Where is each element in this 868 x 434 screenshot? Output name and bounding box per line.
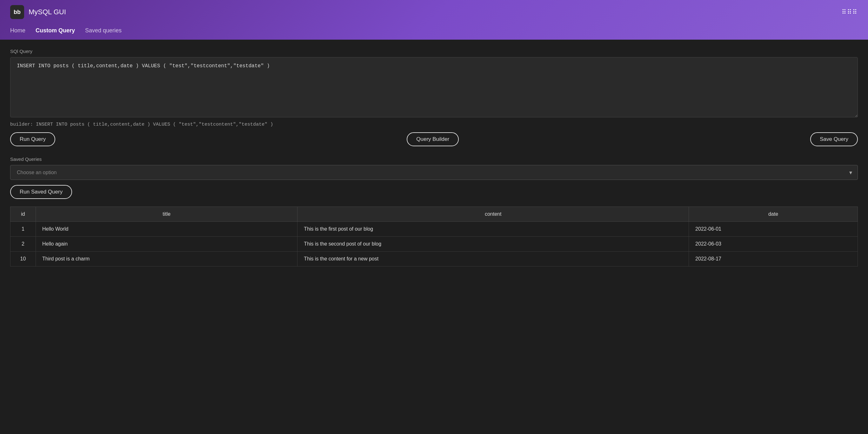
sql-query-label: SQl Query bbox=[10, 48, 858, 54]
nav-item-saved-queries[interactable]: Saved queries bbox=[85, 26, 122, 35]
cell-id: 2 bbox=[10, 237, 36, 252]
app-title: MySQL GUI bbox=[29, 8, 66, 16]
col-header-content: content bbox=[298, 207, 689, 222]
table-body: 1Hello WorldThis is the first post of ou… bbox=[10, 222, 858, 266]
cell-date: 2022-08-17 bbox=[689, 252, 858, 266]
results-table: id title content date 1Hello WorldThis i… bbox=[10, 206, 858, 266]
cell-id: 1 bbox=[10, 222, 36, 237]
table-row: 2Hello againThis is the second post of o… bbox=[10, 237, 858, 252]
logo-box: bb bbox=[10, 5, 24, 19]
cell-date: 2022-06-01 bbox=[689, 222, 858, 237]
table-header-row: id title content date bbox=[10, 207, 858, 222]
nav-item-custom-query[interactable]: Custom Query bbox=[36, 26, 75, 35]
col-header-date: date bbox=[689, 207, 858, 222]
logo-area: bb MySQL GUI bbox=[10, 5, 66, 19]
select-wrapper: Choose an option ▾ bbox=[10, 165, 858, 180]
cell-content: This is the first post of our blog bbox=[298, 222, 689, 237]
table-row: 1Hello WorldThis is the first post of ou… bbox=[10, 222, 858, 237]
cell-date: 2022-06-03 bbox=[689, 237, 858, 252]
sql-query-input[interactable]: INSERT INTO posts ( title,content,date )… bbox=[10, 57, 858, 118]
saved-queries-label: Saved Queries bbox=[10, 157, 858, 162]
save-query-button[interactable]: Save Query bbox=[810, 132, 858, 146]
table-header: id title content date bbox=[10, 207, 858, 222]
query-builder-button[interactable]: Query Builder bbox=[407, 132, 459, 146]
cell-title: Hello World bbox=[36, 222, 298, 237]
cell-title: Third post is a charm bbox=[36, 252, 298, 266]
grid-icon: ⠿⠿⠿ bbox=[842, 8, 858, 16]
logo-text: bb bbox=[14, 9, 21, 15]
cell-title: Hello again bbox=[36, 237, 298, 252]
saved-queries-select[interactable]: Choose an option bbox=[10, 165, 858, 180]
col-header-id: id bbox=[10, 207, 36, 222]
nav-item-home[interactable]: Home bbox=[10, 26, 25, 35]
builder-text: builder: INSERT INTO posts ( title,conte… bbox=[10, 122, 858, 127]
cell-content: This is the content for a new post bbox=[298, 252, 689, 266]
nav: Home Custom Query Saved queries bbox=[10, 23, 858, 40]
cell-content: This is the second post of our blog bbox=[298, 237, 689, 252]
table-row: 10Third post is a charmThis is the conte… bbox=[10, 252, 858, 266]
cell-id: 10 bbox=[10, 252, 36, 266]
main-content: SQl Query INSERT INTO posts ( title,cont… bbox=[0, 40, 868, 275]
query-button-row: Run Query Query Builder Save Query bbox=[10, 132, 858, 146]
run-query-button[interactable]: Run Query bbox=[10, 132, 55, 146]
saved-queries-section: Saved Queries Choose an option ▾ Run Sav… bbox=[10, 157, 858, 199]
col-header-title: title bbox=[36, 207, 298, 222]
run-saved-query-button[interactable]: Run Saved Query bbox=[10, 185, 72, 199]
header: bb MySQL GUI ⠿⠿⠿ Home Custom Query Saved… bbox=[0, 0, 868, 40]
